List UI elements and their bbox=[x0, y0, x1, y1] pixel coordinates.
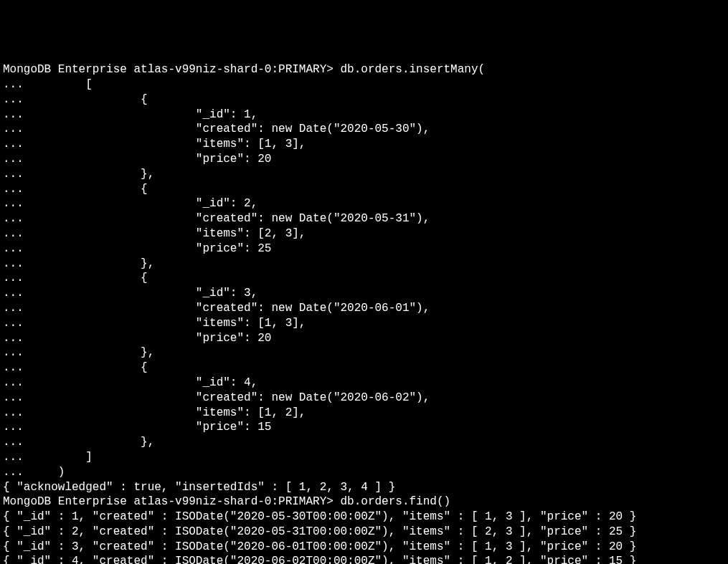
insert-body-line: ... }, bbox=[3, 435, 725, 450]
insert-body-line: ... ) bbox=[3, 465, 725, 480]
insert-body-line: ... { bbox=[3, 182, 725, 197]
insert-body-line: ... "items": [1, 3], bbox=[3, 316, 725, 331]
find-result-row: { "_id" : 4, "created" : ISODate("2020-0… bbox=[3, 554, 725, 564]
find-command: db.orders.find() bbox=[340, 495, 450, 508]
insert-body-line: ... { bbox=[3, 360, 725, 376]
insert-body-line: ... "items": [1, 3], bbox=[3, 137, 725, 152]
insert-body-line: ... "price": 20 bbox=[3, 331, 725, 346]
insert-body-line: ... "created": new Date("2020-06-02"), bbox=[3, 391, 725, 406]
insert-body-line: ... "price": 15 bbox=[3, 420, 725, 435]
insert-body-line: ... "price": 25 bbox=[3, 242, 725, 257]
terminal-line-prompt-find[interactable]: MongoDB Enterprise atlas-v99niz-shard-0:… bbox=[3, 494, 725, 510]
insert-command: db.orders.insertMany( bbox=[340, 63, 485, 76]
insert-body-line: ... "items": [2, 3], bbox=[3, 226, 725, 242]
insert-body-line: ... { bbox=[3, 271, 725, 286]
terminal-line-prompt-insert[interactable]: MongoDB Enterprise atlas-v99niz-shard-0:… bbox=[3, 62, 725, 77]
insert-body-line: ... "_id": 2, bbox=[3, 196, 725, 211]
insert-body-line: ... "created": new Date("2020-06-01"), bbox=[3, 301, 725, 316]
insert-body-line: ... }, bbox=[3, 167, 725, 182]
insert-body-line: ... "_id": 3, bbox=[3, 286, 725, 301]
insert-body-line: ... "_id": 1, bbox=[3, 107, 725, 123]
shell-prompt: MongoDB Enterprise atlas-v99niz-shard-0:… bbox=[3, 495, 334, 508]
insert-body-line: ... { bbox=[3, 92, 725, 107]
insert-body-line: ... "created": new Date("2020-05-31"), bbox=[3, 211, 725, 226]
insert-body-line: ... "created": new Date("2020-05-30"), bbox=[3, 122, 725, 137]
find-result-row: { "_id" : 2, "created" : ISODate("2020-0… bbox=[3, 525, 725, 540]
insert-response: { "acknowledged" : true, "insertedIds" :… bbox=[3, 480, 725, 495]
insert-body-line: ... }, bbox=[3, 345, 725, 360]
insert-body-line: ... "_id": 4, bbox=[3, 376, 725, 391]
insert-body-line: ... }, bbox=[3, 257, 725, 272]
shell-prompt: MongoDB Enterprise atlas-v99niz-shard-0:… bbox=[3, 63, 334, 76]
find-result-row: { "_id" : 1, "created" : ISODate("2020-0… bbox=[3, 510, 725, 525]
insert-body-line: ... "price": 20 bbox=[3, 152, 725, 167]
insert-body-line: ... "items": [1, 2], bbox=[3, 406, 725, 421]
find-result-row: { "_id" : 3, "created" : ISODate("2020-0… bbox=[3, 540, 725, 555]
insert-body-line: ... ] bbox=[3, 450, 725, 465]
insert-body-line: ... [ bbox=[3, 77, 725, 92]
